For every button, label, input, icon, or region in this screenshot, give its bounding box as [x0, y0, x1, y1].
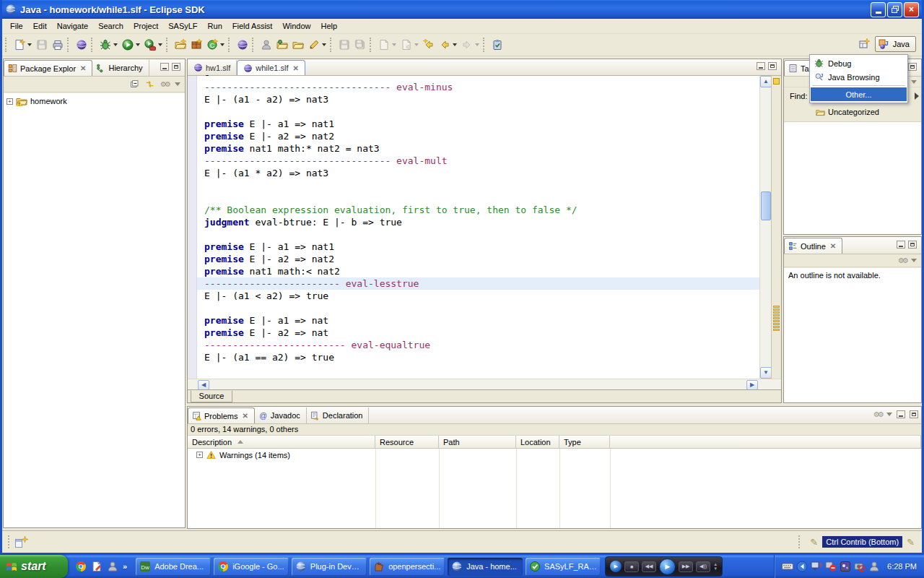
scroll-down-icon[interactable]: ▼: [760, 367, 772, 379]
menu-help[interactable]: Help: [316, 20, 343, 32]
remote-display-icon[interactable]: [811, 561, 822, 572]
forward-button[interactable]: [459, 37, 475, 53]
run-button[interactable]: [120, 37, 136, 53]
open-task-button[interactable]: [258, 37, 274, 53]
keyboard-tray-icon[interactable]: [782, 561, 793, 572]
package-explorer-tree[interactable]: + homework: [4, 93, 185, 527]
close-icon[interactable]: ✕: [830, 242, 836, 250]
menu-sasylf[interactable]: SASyLF: [163, 20, 202, 32]
messenger-icon[interactable]: [107, 561, 118, 572]
maximize-editor-icon[interactable]: [768, 62, 777, 70]
camera-disabled-icon[interactable]: [854, 561, 866, 572]
next-annotation-button[interactable]: [398, 37, 414, 53]
column-path[interactable]: Path: [439, 436, 516, 448]
collapse-all-icon[interactable]: [130, 79, 139, 89]
view-menu-icon[interactable]: [911, 259, 917, 262]
language-bar-icon[interactable]: [796, 561, 808, 572]
filters-icon[interactable]: ⚙⚙: [898, 256, 907, 264]
expand-icon[interactable]: +: [6, 98, 13, 105]
expand-icon[interactable]: +: [196, 452, 203, 458]
ctrl-contrib-field[interactable]: Ctrl Contrib (Bottom): [822, 536, 902, 548]
minimize-view-icon[interactable]: [160, 63, 169, 71]
scroll-left-icon[interactable]: ◀: [198, 380, 209, 390]
scroll-forward-icon[interactable]: [915, 92, 919, 100]
tab-source[interactable]: Source: [191, 390, 232, 402]
menu-item-java-browsing[interactable]: Java Browsing: [811, 70, 907, 84]
close-button[interactable]: ×: [904, 2, 919, 17]
tab-declaration[interactable]: Declaration: [307, 407, 370, 423]
debug-button[interactable]: [97, 37, 113, 53]
chrome-icon[interactable]: [75, 561, 87, 572]
fast-view-button[interactable]: [15, 536, 28, 548]
tab-outline[interactable]: Outline ✕: [784, 238, 842, 254]
perspective-java-button[interactable]: Java: [875, 36, 916, 52]
safely-remove-icon[interactable]: [825, 561, 837, 572]
view-menu-icon[interactable]: [911, 80, 917, 84]
open-resource-button[interactable]: [290, 37, 306, 53]
mark-occurrences-button[interactable]: [306, 37, 322, 53]
view-menu-icon[interactable]: [175, 82, 180, 86]
taskbar-button-igoogle[interactable]: iGoogle - Go...: [214, 558, 289, 576]
sasylf-tool-button[interactable]: [235, 37, 250, 53]
new-package-button[interactable]: [188, 37, 204, 53]
warnings-group-row[interactable]: + Warnings (14 items): [188, 449, 921, 461]
next-button[interactable]: ▶▶: [679, 561, 693, 572]
menu-project[interactable]: Project: [128, 20, 163, 32]
taskbar-button-sasylf[interactable]: SASyLF_RAi...: [526, 558, 601, 576]
tasks-category-row[interactable]: Uncategorized: [784, 105, 921, 119]
quick-launch-overflow-icon[interactable]: »: [123, 562, 127, 571]
search-types-button[interactable]: [274, 37, 290, 53]
menu-file[interactable]: File: [5, 20, 28, 32]
back-button[interactable]: [437, 37, 453, 53]
overview-warning-marker[interactable]: [773, 78, 780, 85]
start-button[interactable]: start: [0, 555, 68, 578]
tab-javadoc[interactable]: Javadoc: [255, 407, 307, 423]
scroll-up-icon[interactable]: ▲: [760, 76, 772, 87]
maximize-view-icon[interactable]: [908, 63, 917, 71]
maximize-view-icon[interactable]: [172, 63, 180, 71]
taskbar-button-plugin-dev[interactable]: Plug-in Devel...: [292, 558, 367, 576]
external-tools-button[interactable]: [142, 37, 158, 53]
overview-ruler[interactable]: [771, 76, 781, 379]
tasks-list[interactable]: [784, 121, 921, 234]
debug-dropdown[interactable]: [113, 43, 118, 46]
open-perspective-button[interactable]: [856, 36, 872, 52]
taskbar-button-dreamweaver[interactable]: Adobe Drea...: [136, 558, 211, 576]
mark-occurrences-dropdown[interactable]: [322, 43, 326, 46]
vertical-scrollbar[interactable]: ▲ ▼: [759, 76, 771, 379]
annotation-ruler[interactable]: [188, 76, 197, 379]
view-menu-icon[interactable]: [886, 413, 892, 416]
menu-item-debug[interactable]: Debug: [811, 56, 907, 70]
back-dropdown[interactable]: [453, 43, 457, 46]
column-location[interactable]: Location: [516, 436, 559, 448]
column-description[interactable]: Description: [188, 436, 375, 448]
taskbar-button-openpersecti[interactable]: openpersecti...: [370, 558, 445, 576]
external-tools-dropdown[interactable]: [158, 43, 162, 46]
save-all-button[interactable]: [352, 37, 368, 53]
new-java-project-button[interactable]: [173, 37, 188, 53]
print-button[interactable]: [50, 37, 66, 53]
tab-problems[interactable]: Problems ✕: [188, 407, 255, 423]
close-icon[interactable]: ✕: [80, 64, 86, 72]
close-icon[interactable]: ✕: [242, 412, 248, 420]
overview-warning-markers[interactable]: [773, 306, 780, 332]
column-type[interactable]: Type: [559, 436, 610, 448]
new-class-button[interactable]: [204, 37, 220, 53]
restore-button[interactable]: [887, 2, 902, 17]
minimize-button[interactable]: [871, 2, 886, 17]
title-bar[interactable]: Java - homework/while1.slf - Eclipse SDK…: [2, 0, 922, 19]
taskbar-clock[interactable]: 6:28 PM: [887, 562, 917, 571]
tab-hierarchy[interactable]: Hierarchy: [92, 60, 149, 76]
user-status-icon[interactable]: [868, 561, 880, 572]
new-wizard-dropdown[interactable]: [27, 43, 32, 46]
taskbar-button-java-eclipse[interactable]: Java - home...: [448, 558, 523, 576]
back-to-last-button[interactable]: [421, 37, 437, 53]
editor-code[interactable]: ---------------------------------- eval-…: [197, 69, 759, 379]
tree-item-homework[interactable]: + homework: [4, 93, 185, 107]
new-wizard-button[interactable]: [12, 37, 27, 53]
minimize-view-icon[interactable]: [897, 241, 905, 249]
play-button[interactable]: ▶: [659, 558, 676, 575]
minimize-view-icon[interactable]: [897, 410, 905, 418]
toolbar-resize-handle[interactable]: ▲▼: [713, 563, 718, 571]
menu-run[interactable]: Run: [203, 20, 227, 32]
